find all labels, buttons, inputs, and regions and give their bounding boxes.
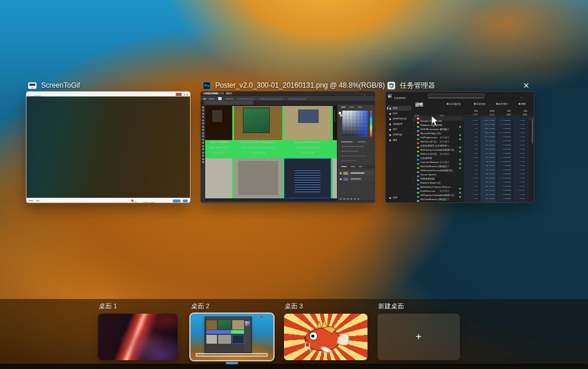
close-window-button[interactable]: ✕ [521,81,532,91]
nav-item-icon [389,139,391,141]
network-value: 0 Mbps [520,202,527,203]
process-row: NVDrive (32 位) 效率模式 0% 60.3 MB 0 MB/秒 0 … [413,149,534,154]
nav-item-icon [389,134,391,136]
window-thumbnail-screentogif[interactable]: ScreenToGif 15 1044 × 604 [26,91,191,203]
window-thumbnail-taskmanager[interactable]: 任务管理器 输入要搜索的名称、发布者或 PID ⌕ ∖ ⌐ ≡ 进程 [385,91,534,203]
nav-item-icon [389,108,391,109]
new-desktop-button[interactable]: + [377,314,460,360]
cpu-socket-photo [284,158,331,198]
poster-cell: C... [333,106,337,155]
process-name: 服务主机: Diagnostic Policy ... [420,202,452,203]
photoshop-options-bar [201,95,375,101]
stat-column: 0% 磁盘 [496,108,512,115]
scrollbar[interactable] [532,119,533,144]
poster-caption-band: ...990 / rPGA 988 Socket G1/G2 CPUs Coun… [205,140,232,155]
process-icon [417,151,419,153]
settings-icon [389,197,391,199]
stat-total-pct: 47% [490,110,495,112]
mini-screentogif-frame [196,353,268,357]
process-row: › 远程桌面连接 1.2% 35.8 MB 0.1 MB/秒 0 Mbps [413,174,534,178]
layer-visibility-icon [340,172,342,174]
action-icon [496,103,498,105]
mini-record-dot [260,316,262,318]
menu-item: 增效工具 [215,92,224,95]
menu-item: 帮助 [228,92,232,95]
desktop-1-thumbnail[interactable] [98,314,178,360]
process-row: WeChatBrowser (32 位) 效率模式 0% 32.6 MB 0 M… [413,195,534,199]
active-desktop-indicator [226,362,238,364]
process-row: Chat for Windows 效率模式 0% 48.3 MB 0.1 MB/… [413,158,534,162]
efficiency-mode-leaf-icon [459,188,461,190]
process-icon [417,196,419,198]
screentogif-window: ScreenToGif 15 1044 × 604 [26,91,191,203]
layer-row [339,171,374,175]
process-icon [417,159,419,161]
search-placeholder-text: 输入要搜索的名称、发布者或 PID [430,98,466,98]
window-card-title-photoshop: Ps Poster_v2.0_300-01_20160131.png @ 48.… [203,81,385,90]
poster-cell: ...990 / rPGA 988 Socket G1/G2 CPUs Coun… [205,106,232,155]
fps-value: 15 [134,202,136,203]
cpu-socket-photo [205,106,232,140]
screentogif-app-icon [28,82,36,89]
window-thumbnail-photoshop[interactable]: 文件编辑图像图层文字选择滤镜3D视图增效工具窗口帮助 — ▢ ✕ Poster_… [201,91,375,203]
process-icon [417,155,419,157]
capture-size-value: 1044 × 604 [143,202,155,203]
process-row: WeChatBrowser (32 位) 效率模式 0% 47.2 MB 0 M… [413,162,534,166]
window-card-title-screentogif: ScreenToGif [28,81,80,90]
action-label: 视图 [521,103,526,105]
efficiency-mode-leaf-icon [459,138,461,140]
action-icon [447,103,449,105]
taskmanager-titlebar-icon [388,94,392,98]
photoshop-app-icon: Ps [203,82,211,89]
process-icon [417,163,419,165]
process-icon [417,188,419,190]
efficiency-mode-leaf-icon [459,151,461,152]
process-icon [417,167,419,169]
screentogif-titlebar: ScreenToGif [26,92,190,97]
action-label: 结束任务 [476,103,486,105]
desktop-2-thumbnail[interactable] [191,314,273,360]
layers-panel-header [338,165,375,168]
record-button [173,200,181,202]
process-row: › Microsoft Edge (14) 0% 535.8 MB 0.1 MB… [413,129,534,133]
stat-label: 网络 [523,114,527,116]
cpu-socket-photo [333,158,337,198]
background-color-swatch [340,114,342,117]
new-desktop-label: 新建桌面 [378,302,404,311]
poster-top-row: ...990 / rPGA 988 Socket G1/G2 CPUs Coun… [205,106,337,155]
sidebar-nav-item: 进程 [387,106,412,111]
process-icon [417,184,419,186]
cpu-socket-photo [234,106,282,140]
process-row: NVNetworkService.exe (32 位) 效率模式 0% 46.3… [413,166,534,170]
process-icon [417,192,419,194]
desktop-3-label: 桌面 3 [285,302,303,311]
photoshop-card-title-text: Poster_v2.0_300-01_20160131.png @ 48.8%(… [215,81,385,89]
efficiency-mode-leaf-icon [459,163,461,165]
nav-item-icon [389,113,391,115]
socket-title: ...990 / rPGA 988 [205,141,232,144]
sidebar-nav-item: 应用历史记录 [387,117,412,121]
process-row: NVDisplay.Container.exe (32 位) 效率模式 0% 6… [413,145,534,149]
process-row: NVDisplay.Container.exe (32 位) 效率模式 0.6%… [413,191,534,195]
expand-icon: › [413,202,414,203]
process-row: › 任务管理器 0.8% 56.7 MB 0.1 MB/秒 0 Mbps [413,154,534,158]
stat-column: 47% 内存 [480,108,496,115]
process-icon [417,138,419,141]
record-dot-icon [131,200,133,202]
poster-cell: Socket G34 / LGA 1944 CPUs: Opteron 6000… [284,106,331,155]
process-row: WeChat (32 位) 效率模式 0% 75.4 MB 0 MB/秒 0 M… [413,137,534,141]
desktop-3-thumbnail[interactable] [284,314,368,360]
efficiency-mode-leaf-icon [459,147,461,148]
statusbar-left-controls2 [36,200,39,201]
process-icon [417,147,419,149]
stat-total-pct: 0% [507,110,511,112]
statusbar-left-controls [29,200,34,201]
taskmanager-title-text: 任务管理器 [394,97,406,99]
desktop-1-label: 桌面 1 [99,302,117,311]
socket-title: C... [333,141,337,144]
layer-thumbnail [343,172,348,175]
mini-photoshop-window [205,317,252,353]
poster-caption-band: Socket H1 / LGA 1156/socket H Core i3/i5… [234,140,282,155]
cpu-socket-photo [234,158,282,198]
photoshop-toolbar [201,105,205,201]
